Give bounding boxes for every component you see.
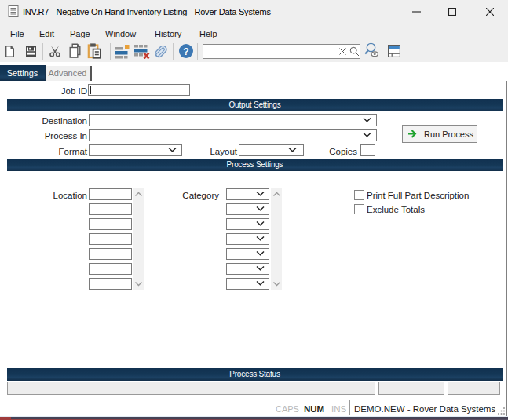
svg-text:?: ? xyxy=(183,46,188,57)
